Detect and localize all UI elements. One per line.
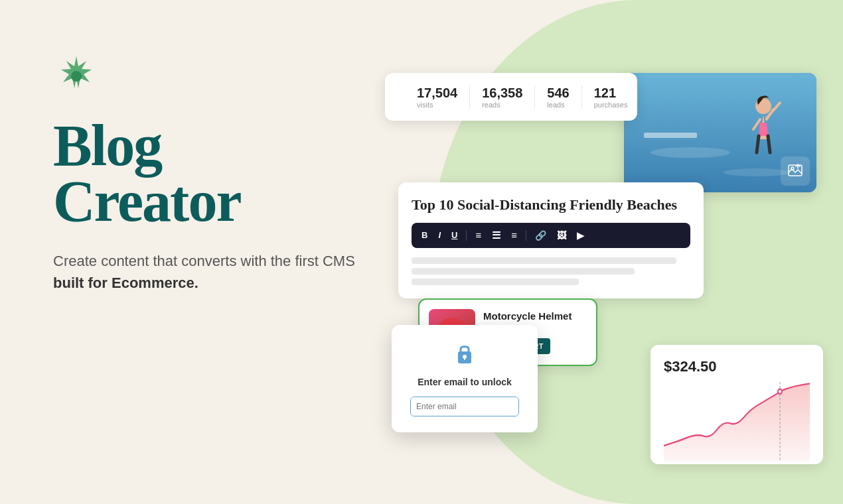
product-name: Motorcycle Helmet: [483, 310, 587, 322]
editor-card: Top 10 Social-Distancing Friendly Beache…: [398, 182, 704, 298]
toolbar-divider: [466, 230, 467, 241]
stats-leads-value: 546: [547, 86, 569, 101]
toolbar-ordered-list[interactable]: ≡: [473, 228, 483, 242]
chart-card: $324.50: [651, 345, 823, 464]
chart-value: $324.50: [664, 358, 810, 375]
svg-rect-14: [464, 357, 465, 360]
editor-toolbar: B I U ≡ ☰ ≡ 🔗 🖼 ▶: [412, 223, 690, 248]
editor-title: Top 10 Social-Distancing Friendly Beache…: [412, 196, 690, 215]
email-unlock-card: Enter email to unlock Unlock: [392, 325, 538, 432]
main-title: Blog Creator: [53, 118, 385, 229]
blog-image-card: [624, 73, 816, 192]
stats-purchases: 121 purchases: [582, 86, 640, 109]
lock-icon: [410, 341, 519, 370]
email-input[interactable]: [411, 397, 519, 416]
toolbar-italic[interactable]: I: [436, 229, 443, 241]
stats-purchases-value: 121: [594, 86, 616, 101]
image-upload-icon[interactable]: [781, 157, 810, 186]
toolbar-align[interactable]: ≡: [509, 228, 519, 242]
svg-point-0: [71, 71, 82, 82]
stats-reads-value: 16,358: [482, 86, 522, 101]
stats-leads: 546 leads: [535, 86, 581, 109]
svg-rect-4: [644, 133, 697, 138]
stats-card: 17,504 visits 16,358 reads 546 leads 121…: [385, 73, 637, 121]
editor-line: [412, 268, 635, 275]
subtitle: Create content that converts with the fi…: [53, 250, 385, 294]
blog-image-bg: [624, 73, 816, 192]
toolbar-divider-2: [526, 230, 526, 241]
toolbar-bold[interactable]: B: [420, 229, 429, 241]
email-form: Unlock: [410, 397, 519, 416]
stats-leads-label: leads: [547, 101, 564, 109]
stats-visits-value: 17,504: [417, 86, 457, 101]
toolbar-image[interactable]: 🖼: [555, 229, 568, 242]
stats-visits: 17,504 visits: [405, 86, 470, 109]
stats-reads: 16,358 reads: [470, 86, 535, 109]
stats-reads-label: reads: [482, 101, 500, 109]
editor-content-lines: [412, 257, 690, 285]
svg-point-2: [651, 147, 730, 158]
editor-line: [412, 279, 579, 285]
toolbar-underline[interactable]: U: [449, 229, 459, 241]
logo: [53, 53, 385, 118]
toolbar-link[interactable]: 🔗: [533, 229, 548, 242]
svg-point-3: [724, 168, 790, 176]
editor-line: [412, 257, 676, 264]
toolbar-unordered-list[interactable]: ☰: [490, 228, 502, 243]
stats-purchases-label: purchases: [594, 101, 628, 109]
right-panel: 17,504 visits 16,358 reads 546 leads 121…: [378, 40, 830, 477]
chart-area: [664, 382, 810, 462]
unlock-title: Enter email to unlock: [410, 377, 519, 387]
left-panel: Blog Creator Create content that convert…: [53, 53, 385, 294]
stats-visits-label: visits: [417, 101, 433, 109]
svg-point-17: [779, 390, 781, 393]
toolbar-video[interactable]: ▶: [575, 229, 586, 242]
